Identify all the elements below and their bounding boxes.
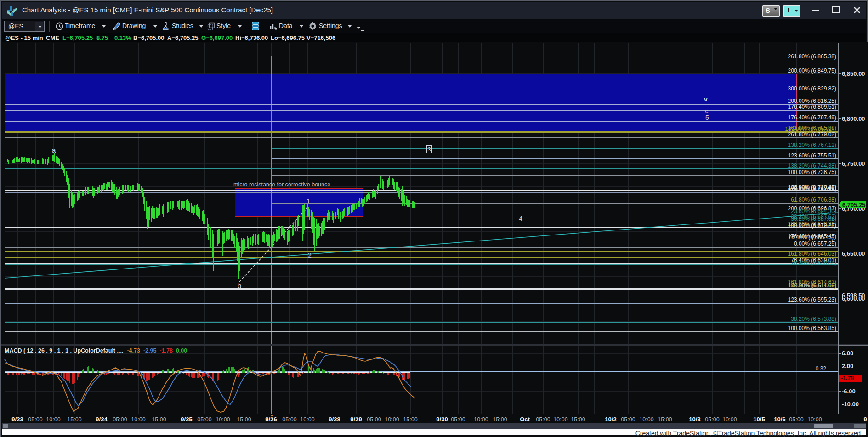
svg-text:10/5: 10/5 (753, 416, 765, 423)
svg-text:9/28: 9/28 (329, 416, 340, 423)
svg-text:9/26: 9/26 (265, 416, 277, 423)
svg-text:38.20% (6,573.88): 38.20% (6,573.88) (791, 316, 836, 322)
svg-text:100.00% (6,736.75): 100.00% (6,736.75) (788, 169, 836, 175)
svg-text:176.40% (6,809.51): 176.40% (6,809.51) (788, 104, 836, 110)
svg-text:10:00: 10:00 (131, 416, 145, 423)
svg-text:10/2: 10/2 (605, 416, 616, 423)
svg-text:05:00: 05:00 (789, 416, 803, 423)
svg-text:10/3: 10/3 (689, 416, 700, 423)
svg-text:3: 3 (427, 146, 431, 153)
svg-text:200.00% (6,849.75): 200.00% (6,849.75) (788, 67, 836, 74)
svg-text:05:00: 05:00 (705, 416, 719, 423)
svg-text:05:00: 05:00 (367, 416, 381, 423)
svg-text:10:00: 10:00 (474, 416, 488, 423)
svg-text:30.20% (6,687.62): 30.20% (6,687.62) (791, 216, 836, 222)
svg-text:9: 9 (863, 416, 867, 423)
svg-text:05:00: 05:00 (536, 416, 550, 423)
svg-text:6,750.00: 6,750.00 (842, 160, 865, 167)
svg-text:123.60% (6,755.51): 123.60% (6,755.51) (788, 152, 836, 159)
svg-text:10:00: 10:00 (46, 416, 60, 423)
svg-text:15:00: 15:00 (152, 416, 166, 423)
svg-text:76.40% (6,665.45): 76.40% (6,665.45) (788, 234, 834, 241)
svg-text:123.60% (6,595.23): 123.60% (6,595.23) (788, 297, 836, 303)
svg-text:b: b (238, 282, 242, 290)
svg-text:6,650.00: 6,650.00 (842, 250, 865, 257)
svg-text:10:00: 10:00 (300, 416, 314, 423)
svg-text:6.00: 6.00 (842, 350, 853, 357)
svg-text:15:00: 15:00 (237, 416, 251, 423)
svg-text:15:00: 15:00 (658, 416, 672, 423)
svg-text:9/30: 9/30 (436, 416, 448, 423)
svg-text:15:00: 15:00 (403, 416, 417, 423)
svg-text:Oct: Oct (520, 416, 530, 423)
svg-text:10/6: 10/6 (774, 416, 785, 423)
svg-text:-10.00: -10.00 (842, 401, 859, 408)
svg-text:261.80% (6,865.38): 261.80% (6,865.38) (788, 53, 836, 60)
svg-text:15:00: 15:00 (67, 416, 81, 423)
svg-text:300.00% (6,829.82): 300.00% (6,829.82) (788, 85, 836, 92)
svg-text:76.40% (6,638.88): 76.40% (6,638.88) (791, 260, 836, 266)
svg-text:6,800.00: 6,800.00 (842, 115, 865, 122)
svg-text:138.20% (6,744.38): 138.20% (6,744.38) (788, 162, 836, 169)
svg-text:10:00: 10:00 (722, 416, 737, 423)
svg-text:100.00% (6,563.85): 100.00% (6,563.85) (788, 325, 836, 331)
svg-text:MACD ( 12 , 26 , 9 , 1 , 1 , U: MACD ( 12 , 26 , 9 , 1 , 1 , UpColorDefa… (5, 347, 187, 354)
svg-text:9/25: 9/25 (181, 416, 192, 423)
svg-text:15:00: 15:00 (493, 416, 507, 423)
svg-text:200.00% (6,816.25): 200.00% (6,816.25) (788, 98, 836, 104)
svg-text:15:00: 15:00 (571, 416, 585, 423)
svg-text:6,705.25: 6,705.25 (842, 202, 866, 208)
svg-text:0.00% (6,657.25): 0.00% (6,657.25) (794, 241, 836, 247)
svg-text:1: 1 (306, 197, 310, 205)
svg-text:10:00: 10:00 (639, 416, 653, 423)
svg-text:05:00: 05:00 (197, 416, 211, 423)
svg-text:100.00% (6,679.28): 100.00% (6,679.28) (788, 222, 836, 229)
svg-text:6,850.00: 6,850.00 (842, 70, 865, 77)
svg-text:10:00: 10:00 (807, 416, 822, 423)
svg-text:05:00: 05:00 (621, 416, 635, 423)
svg-text:0.32: 0.32 (816, 365, 827, 372)
svg-text:176.40% (6,797.49): 176.40% (6,797.49) (788, 114, 836, 121)
svg-text:61.80% (6,706.38): 61.80% (6,706.38) (791, 196, 836, 203)
svg-text:9/23: 9/23 (11, 416, 23, 423)
svg-text:05:00: 05:00 (28, 416, 42, 423)
svg-text:2.00: 2.00 (842, 363, 853, 370)
svg-text:05:00: 05:00 (113, 416, 127, 423)
svg-text:23.60% (6,694.30): 23.60% (6,694.30) (791, 208, 836, 214)
svg-text:9/24: 9/24 (96, 416, 108, 423)
svg-text:05:00: 05:00 (282, 416, 296, 423)
svg-text:micro resistance for correctiv: micro resistance for corrective bounce (233, 181, 330, 188)
svg-text:10:00: 10:00 (553, 416, 567, 423)
svg-text:100.00% (6,719.45): 100.00% (6,719.45) (788, 185, 836, 191)
svg-text:05:00: 05:00 (451, 416, 465, 423)
svg-text:a: a (52, 146, 56, 154)
svg-text:2: 2 (308, 252, 312, 259)
svg-text:v: v (704, 95, 708, 103)
svg-text:161.80% (6,646.03): 161.80% (6,646.03) (788, 251, 836, 257)
svg-text:5: 5 (705, 114, 709, 121)
svg-text:138.20% (6,767.12): 138.20% (6,767.12) (788, 142, 836, 148)
svg-text:4: 4 (519, 215, 522, 222)
svg-text:6,598.50: 6,598.50 (842, 292, 865, 299)
svg-text:-1.78: -1.78 (841, 375, 854, 381)
svg-text:-6.00: -6.00 (842, 388, 856, 395)
svg-text:10:00: 10:00 (216, 416, 230, 423)
svg-text:9/29: 9/29 (350, 416, 362, 423)
svg-text:161.80% (6,785.02): 161.80% (6,785.02) (785, 126, 834, 132)
svg-text:10:00: 10:00 (385, 416, 399, 423)
svg-text:188.80% (6,614.63): 188.80% (6,614.63) (788, 282, 836, 289)
